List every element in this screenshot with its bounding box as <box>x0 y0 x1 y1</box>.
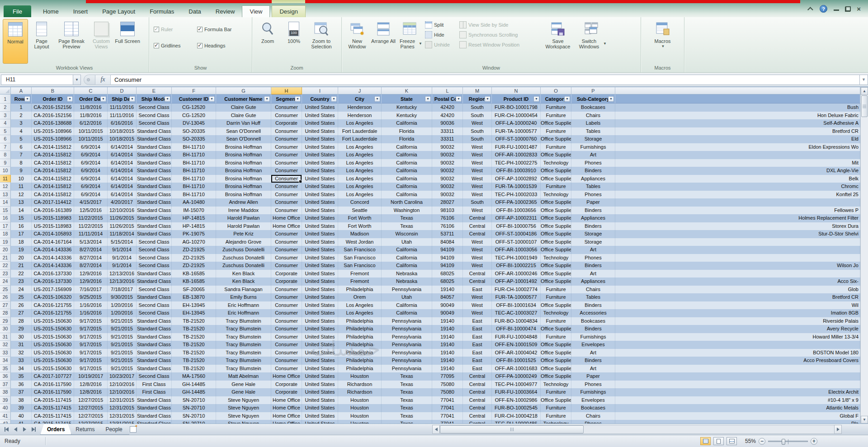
filter-button[interactable]: ▼ <box>374 96 380 102</box>
cell-L10[interactable]: 90032 <box>432 167 463 175</box>
cell-C22[interactable]: 8/27/2014 <box>74 262 108 270</box>
cell-E21[interactable]: Second Class <box>137 254 172 262</box>
cell-M10[interactable]: West <box>463 167 492 175</box>
cell-P15[interactable]: Binders <box>571 207 615 215</box>
cell-G8[interactable]: Brosina Hoffman <box>216 151 271 159</box>
cell-C16[interactable]: 11/22/2015 <box>74 214 108 222</box>
cell-M31[interactable]: East <box>463 333 492 341</box>
cell-P4[interactable]: Labels <box>571 119 615 127</box>
cell-F24[interactable]: KB-16585 <box>172 278 216 286</box>
cell-P35[interactable]: Art <box>571 365 615 373</box>
vertical-scrollbar[interactable]: ▲ ▼ <box>860 87 868 423</box>
name-box-dropdown-icon[interactable]: ▼ <box>73 75 81 85</box>
cell-H7[interactable]: Consumer <box>271 143 302 151</box>
cell-N19[interactable]: OFF-ST-10000107 <box>492 238 541 246</box>
zoom-button[interactable]: Zoom <box>255 19 280 64</box>
cell-E41[interactable]: Standard Class <box>137 412 172 420</box>
row-header-26[interactable]: 26 <box>0 293 11 301</box>
cell-O2[interactable]: Furniture <box>541 104 571 112</box>
cell-H24[interactable]: Corporate <box>271 278 302 286</box>
help-icon[interactable]: ? <box>820 5 827 13</box>
cell-N38[interactable]: FUR-FU-10003664 <box>492 388 541 396</box>
cell-A21[interactable]: 20 <box>11 254 32 262</box>
cell-N13[interactable]: TEC-PH-10002033 <box>492 191 541 199</box>
cell-B6[interactable]: US-2015-108966 <box>32 135 74 143</box>
cell-D8[interactable]: 6/14/2014 <box>108 151 137 159</box>
cell-F11[interactable]: BH-11710 <box>172 175 216 183</box>
cell-J41[interactable]: Houston <box>338 412 382 420</box>
sheet-tab-returns[interactable]: Returns <box>69 424 101 435</box>
cell-N18[interactable]: OFF-ST-10004186 <box>492 230 541 238</box>
row-header-33[interactable]: 33 <box>0 349 11 357</box>
cell-J25[interactable]: Philadelphia <box>338 286 382 294</box>
cell-H4[interactable]: Corporate <box>271 119 302 127</box>
cell-D40[interactable]: 12/31/2015 <box>108 404 137 412</box>
col-letter-N[interactable]: N <box>492 87 541 94</box>
cell-L12[interactable]: 90032 <box>432 183 463 191</box>
cell-K37[interactable]: Texas <box>382 381 432 389</box>
cell-E34[interactable]: Standard Class <box>137 357 172 365</box>
cell-M35[interactable]: East <box>463 365 492 373</box>
insert-function-icon[interactable]: fx <box>95 75 111 85</box>
cell-M11[interactable]: West <box>463 175 492 183</box>
cell-N33[interactable]: OFF-AR-10004042 <box>492 349 541 357</box>
cell-G15[interactable]: Irene Maddox <box>216 207 271 215</box>
column-header-ship-mode[interactable]: Ship Mode▼ <box>137 94 172 104</box>
row-header-16[interactable]: 16 <box>0 214 11 222</box>
cell-C38[interactable]: 12/8/2016 <box>74 388 108 396</box>
cell-I42[interactable]: United States <box>302 420 338 423</box>
cell-M28[interactable]: West <box>463 309 492 317</box>
cell-H2[interactable]: Consumer <box>271 104 302 112</box>
cell-B39[interactable]: CA-2015-117415 <box>32 396 74 405</box>
cell-K17[interactable]: Texas <box>382 222 432 231</box>
cell-P24[interactable]: Appliances <box>571 278 615 286</box>
new-window-button[interactable]: ✹ New Window <box>344 19 370 64</box>
col-letter-A[interactable]: A <box>11 87 32 94</box>
cell-G2[interactable]: Claire Gute <box>216 104 271 112</box>
cell-D15[interactable]: 12/10/2016 <box>108 207 137 215</box>
cell-E42[interactable]: Standard Class <box>137 420 172 423</box>
cell-O3[interactable]: Furniture <box>541 112 571 120</box>
cell-N7[interactable]: FUR-FU-10001487 <box>492 143 541 151</box>
cell-H10[interactable]: Consumer <box>271 167 302 175</box>
cell-L34[interactable]: 19140 <box>432 357 463 365</box>
cell-A23[interactable]: 22 <box>11 270 32 278</box>
cell-C21[interactable]: 8/27/2014 <box>74 254 108 262</box>
column-header-ship-dat[interactable]: Ship Dat▼ <box>108 94 137 104</box>
cell-N41[interactable]: FUR-CH-10004218 <box>492 412 541 420</box>
cell-H42[interactable]: Home Office <box>271 420 302 423</box>
freeze-panes-button[interactable]: Freeze Panes▼ <box>397 19 422 64</box>
cell-D11[interactable]: 6/14/2014 <box>108 175 137 183</box>
filter-button[interactable]: ▼ <box>264 96 270 102</box>
cell-M4[interactable]: West <box>463 119 492 127</box>
cell-J35[interactable]: Philadelphia <box>338 365 382 373</box>
cell-product-name-24[interactable]: Acco Six- <box>615 278 860 286</box>
cell-G36[interactable]: Matt Abelman <box>216 372 271 381</box>
cell-F21[interactable]: ZD-21925 <box>172 254 216 262</box>
cell-L18[interactable]: 53711 <box>432 230 463 238</box>
cell-C36[interactable]: 10/19/2017 <box>74 372 108 381</box>
column-header-country[interactable]: Country▼ <box>302 94 338 104</box>
cell-O25[interactable]: Furniture <box>541 286 571 294</box>
cell-O42[interactable]: Technology <box>541 420 571 423</box>
cell-C8[interactable]: 6/9/2014 <box>74 151 108 159</box>
previous-sheet-icon[interactable] <box>12 426 19 433</box>
cell-G4[interactable]: Darrin Van Huff <box>216 119 271 127</box>
row-header-13[interactable]: 13 <box>0 191 11 199</box>
column-header-state[interactable]: State▼ <box>382 94 432 104</box>
cell-L8[interactable]: 90032 <box>432 151 463 159</box>
cell-B21[interactable]: CA-2014-143336 <box>32 254 74 262</box>
cell-product-name-26[interactable]: Bretford CR <box>615 293 860 301</box>
cell-H29[interactable]: Consumer <box>271 317 302 325</box>
cell-P2[interactable]: Bookcases <box>571 104 615 112</box>
cell-H30[interactable]: Consumer <box>271 325 302 333</box>
cell-M42[interactable]: Central <box>463 420 492 423</box>
row-header-10[interactable]: 10 <box>0 167 11 175</box>
cell-B5[interactable]: US-2015-108966 <box>32 127 74 136</box>
cell-B8[interactable]: CA-2014-115812 <box>32 151 74 159</box>
cell-A13[interactable]: 12 <box>11 191 32 199</box>
cell-B3[interactable]: CA-2016-152156 <box>32 112 74 120</box>
row-header-34[interactable]: 34 <box>0 357 11 365</box>
cell-M29[interactable]: East <box>463 317 492 325</box>
cell-D36[interactable]: 10/23/2017 <box>108 372 137 381</box>
